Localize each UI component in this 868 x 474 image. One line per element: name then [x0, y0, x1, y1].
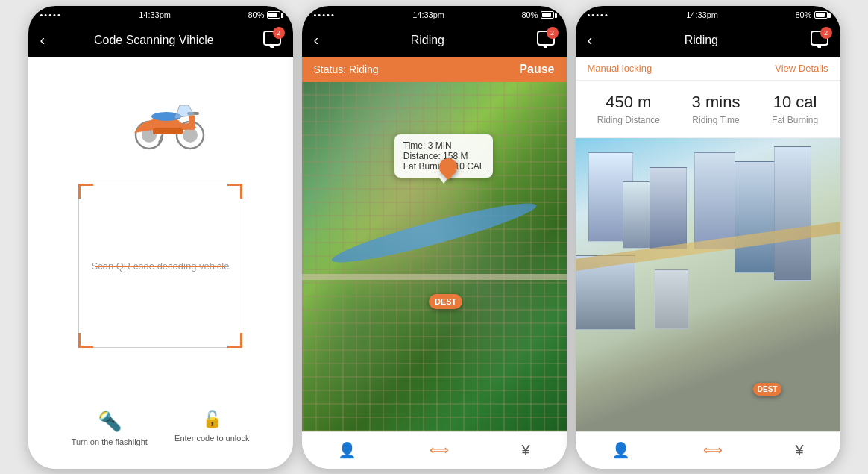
- distance-label: Riding Distance: [597, 115, 660, 125]
- signal-dots-2: •••••: [314, 10, 336, 19]
- flashlight-button[interactable]: 🔦 Turn on the flashlight: [72, 410, 148, 446]
- app-header-2: ‹ Riding 2: [302, 24, 567, 57]
- flashlight-icon: 🔦: [98, 410, 122, 433]
- battery-fill-1: [268, 13, 277, 17]
- badge-3: 2: [820, 27, 832, 39]
- tab-ride-2[interactable]: ⟺: [430, 442, 449, 458]
- battery-icon-2: [541, 11, 554, 19]
- battery-area-2: 80%: [521, 10, 554, 19]
- yen-icon-3: ¥: [796, 442, 804, 459]
- page-title-3: Riding: [685, 34, 718, 47]
- chat-button-2[interactable]: 2: [537, 31, 555, 49]
- battery-area-3: 80%: [795, 10, 828, 19]
- stats-row: 450 m Riding Distance 3 mins Riding Time…: [576, 81, 840, 138]
- flashlight-label: Turn on the flashlight: [72, 437, 148, 446]
- svg-rect-7: [153, 128, 183, 134]
- battery-percent-2: 80%: [521, 10, 538, 19]
- building-3: [650, 167, 687, 249]
- battery-percent-1: 80%: [248, 10, 264, 19]
- city-map-container: DEST: [576, 138, 840, 431]
- calories-label: Fat Burning: [772, 115, 818, 125]
- popup-time: Time: 3 MIN: [403, 140, 485, 151]
- location-pin: [439, 158, 457, 176]
- scooter-svg: [108, 87, 213, 154]
- back-button-3[interactable]: ‹: [588, 31, 593, 49]
- manual-lock-button[interactable]: Manual locking: [588, 63, 652, 74]
- view-details-button[interactable]: View Details: [775, 63, 828, 74]
- tab-user-3[interactable]: 👤: [611, 441, 630, 459]
- badge-1: 2: [273, 27, 285, 39]
- status-bar-3: ••••• 14:33pm 80%: [576, 6, 840, 24]
- user-icon-3: 👤: [611, 441, 630, 459]
- tab-ride-3[interactable]: ⟺: [703, 442, 723, 458]
- signal-dots-1: •••••: [40, 10, 62, 19]
- battery-fill-2: [542, 13, 550, 17]
- chat-button-3[interactable]: 2: [811, 31, 828, 49]
- scooter-illustration: [108, 87, 213, 161]
- pause-button[interactable]: Pause: [519, 63, 554, 76]
- time-2: 14:33pm: [412, 10, 444, 19]
- calories-value: 10 cal: [773, 93, 817, 112]
- badge-2: 2: [547, 27, 559, 39]
- enter-code-button[interactable]: 🔓 Enter code to unlock: [174, 410, 249, 446]
- screen1-content: Scan QR code decoding vehicle 🔦 Turn on …: [28, 57, 293, 469]
- user-icon-2: 👤: [338, 441, 356, 459]
- battery-fill-3: [816, 13, 824, 17]
- building-4: [694, 152, 735, 249]
- map-container: Time: 3 MIN Distance: 158 M Fat Burning:…: [302, 82, 567, 431]
- dest-marker-3: DEST: [753, 383, 782, 396]
- building-8: [655, 269, 688, 329]
- map-road: [302, 274, 567, 280]
- tab-bar-3: 👤 ⟺ ¥: [576, 431, 840, 469]
- bottom-buttons: 🔦 Turn on the flashlight 🔓 Enter code to…: [43, 402, 278, 454]
- battery-percent-3: 80%: [795, 10, 811, 19]
- status-bar-2: ••••• 14:33pm 80%: [302, 6, 567, 24]
- time-1: 14:33pm: [139, 10, 171, 19]
- svg-rect-5: [189, 115, 195, 130]
- qr-corner-tr: [227, 184, 242, 199]
- qr-corner-br: [227, 333, 242, 348]
- dest-marker-2: DEST: [429, 294, 462, 309]
- phone-1: ••••• 14:33pm 80% ‹ Code Scanning Vihicl…: [28, 6, 293, 469]
- page-title-2: Riding: [411, 34, 444, 47]
- yen-icon-2: ¥: [522, 442, 530, 459]
- qr-frame: Scan QR code decoding vehicle: [78, 184, 242, 348]
- distance-value: 450 m: [606, 93, 651, 112]
- app-header-3: ‹ Riding 2: [576, 24, 840, 57]
- riding-status-text: Status: Riding: [314, 63, 379, 75]
- status-riding-bar: Status: Riding Pause: [302, 57, 567, 82]
- time-label: Riding Time: [692, 115, 739, 125]
- enter-code-label: Enter code to unlock: [174, 434, 249, 443]
- app-header-1: ‹ Code Scanning Vihicle 2: [28, 24, 293, 57]
- stat-distance: 450 m Riding Distance: [597, 93, 660, 125]
- tab-user-2[interactable]: 👤: [338, 441, 356, 459]
- time-value: 3 mins: [692, 93, 740, 112]
- back-button-1[interactable]: ‹: [40, 31, 45, 49]
- battery-icon-1: [267, 11, 280, 19]
- battery-icon-3: [814, 11, 828, 19]
- tab-bar-2: 👤 ⟺ ¥: [302, 431, 567, 469]
- stat-time: 3 mins Riding Time: [692, 93, 740, 125]
- page-title-1: Code Scanning Vihicle: [94, 34, 214, 47]
- scan-line: [95, 266, 225, 267]
- pin-circle: [435, 155, 461, 180]
- ride-icon-2: ⟺: [430, 442, 449, 458]
- back-button-2[interactable]: ‹: [314, 31, 319, 49]
- ride-icon-3: ⟺: [703, 442, 723, 458]
- phone-2: ••••• 14:33pm 80% ‹ Riding 2 Status: Rid…: [302, 6, 567, 469]
- building-6: [774, 146, 811, 281]
- qr-corner-tl: [78, 184, 93, 199]
- stat-calories: 10 cal Fat Burning: [772, 93, 818, 125]
- time-3: 14:33pm: [686, 10, 718, 19]
- chat-button-1[interactable]: 2: [263, 31, 281, 49]
- tab-yen-2[interactable]: ¥: [522, 442, 530, 459]
- tab-yen-3[interactable]: ¥: [796, 442, 804, 459]
- city-buildings-layer: [576, 138, 840, 431]
- qr-corner-bl: [78, 333, 93, 348]
- unlock-icon: 🔓: [202, 410, 222, 429]
- riding-actions-bar: Manual locking View Details: [576, 57, 840, 81]
- signal-dots-3: •••••: [588, 10, 609, 19]
- phone-3: ••••• 14:33pm 80% ‹ Riding 2 Manual lock…: [576, 6, 840, 469]
- battery-area-1: 80%: [248, 10, 280, 19]
- status-bar-1: ••••• 14:33pm 80%: [28, 6, 293, 24]
